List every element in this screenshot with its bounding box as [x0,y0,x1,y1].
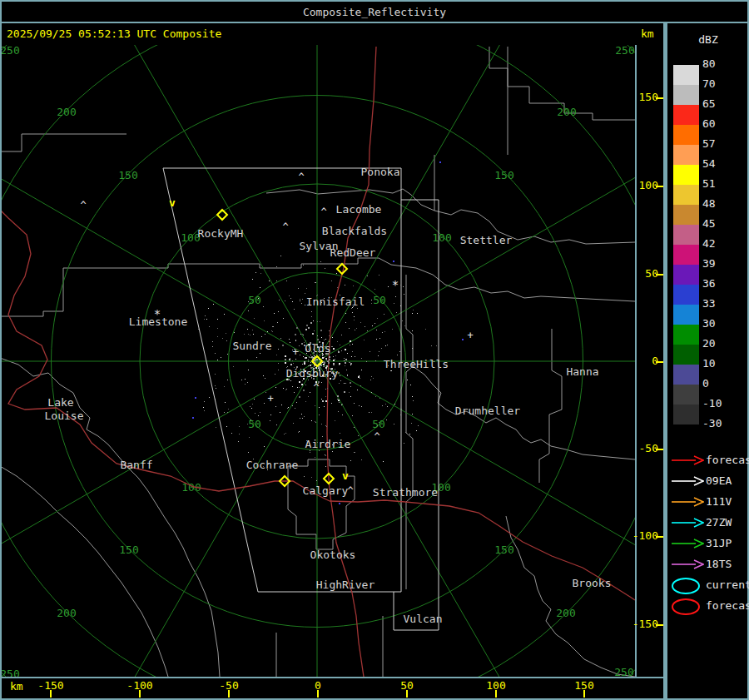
clutter-dot [310,450,310,451]
legend-arrow-row: 31JP [667,539,749,552]
caret-marker-icon: ^ [298,171,304,183]
city-label: Banff [120,459,152,471]
range-ring-label: 50 [372,418,385,430]
clutter-dot [281,405,282,405]
clutter-dot [315,355,315,355]
clutter-dot [323,364,325,365]
clutter-dot [265,334,265,335]
clutter-dot [254,399,255,400]
clutter-dot [342,415,343,415]
clutter-dot [302,334,303,335]
clutter-dot [251,408,252,409]
clutter-dot [325,268,325,269]
clutter-dot [371,303,372,304]
clutter-dot [280,256,281,256]
clutter-dot [326,426,327,427]
clutter-dot [269,280,270,281]
clutter-dot [254,318,255,319]
clutter-dot [396,312,397,313]
clutter-dot [310,355,311,355]
clutter-dot [310,452,310,453]
clutter-dot [360,322,361,323]
clutter-dot [355,452,355,453]
clutter-dot [310,362,311,363]
radial-grid-line [317,361,635,594]
colorbar-swatch [673,325,699,345]
city-label: HighRiver [316,578,375,591]
clutter-dot [358,435,359,436]
clutter-dot [265,392,266,393]
clutter-dot [300,355,300,355]
vertical-axis-tick-label: 0 [628,355,658,368]
colorbar-tick-label: 20 [702,337,746,352]
colorbar-tick-label: 65 [702,97,746,112]
clutter-dot [360,385,361,386]
clutter-dot [295,340,296,340]
clutter-dot [299,387,300,388]
clutter-dot [322,357,324,359]
clutter-dot [378,355,379,356]
clutter-dot [387,345,388,345]
colorbar-swatch [673,105,699,125]
range-ring-label: 50 [248,294,261,306]
clutter-dot [247,424,248,424]
clutter-dot [301,303,302,304]
clutter-dot [361,406,362,407]
clutter-dot [225,402,226,403]
clutter-dot [342,404,343,405]
clutter-dot [377,425,378,426]
clutter-dot [371,300,372,300]
legend-panel: dBZ 807065605754514845423936333020100-10… [667,23,749,698]
clutter-dot [216,388,216,389]
clutter-dot [272,331,273,332]
clutter-dot [333,360,335,361]
radar-map-canvas[interactable]: 5010015020025050100150200250501001502002… [2,45,635,677]
ellipse-shape [672,578,699,593]
clutter-dot [248,334,249,335]
clutter-dot [383,461,384,462]
clutter-dot [302,380,303,381]
clutter-dot [347,375,348,375]
clutter-dot [309,356,310,357]
city-label: Drumheller [455,405,520,417]
city-label: Cochrane [246,459,299,471]
clutter-dot [374,323,375,324]
clutter-dot [336,273,337,274]
plus-marker-icon: + [292,346,298,358]
county-boundary [413,366,635,459]
clutter-dot [310,392,310,393]
clutter-dot [299,381,300,383]
clutter-dot [239,426,240,427]
clutter-dot [412,348,413,349]
clutter-dot [238,441,239,442]
clutter-dot [305,329,307,330]
clutter-dot [416,430,417,431]
clutter-dot [212,341,213,342]
clutter-dot [379,275,379,276]
clutter-dot [252,279,253,280]
clutter-dot [394,424,394,424]
clutter-dot [285,390,286,390]
clutter-dot [332,337,333,338]
clutter-dot [315,282,315,283]
clutter-dot [344,358,345,359]
range-ring-label: 250 [614,666,633,678]
clutter-dot [375,360,376,361]
track-arrow-icon [671,518,704,528]
city-label: RedDeer [330,246,376,259]
clutter-dot [410,385,411,385]
clutter-dot [412,330,413,331]
clutter-dot [335,355,336,356]
clutter-dot [417,313,418,314]
clutter-dot [404,294,404,295]
clutter-dot [213,304,214,305]
clutter-dot [306,358,307,359]
clutter-dot [217,328,218,329]
clutter-dot [347,353,348,354]
clutter-dot [256,357,257,358]
clutter-dot [294,392,295,393]
clutter-dot [247,329,248,330]
caret-marker-icon: ^ [374,431,379,443]
caret-marker-icon: ^ [80,200,86,211]
clutter-dot [289,339,290,340]
